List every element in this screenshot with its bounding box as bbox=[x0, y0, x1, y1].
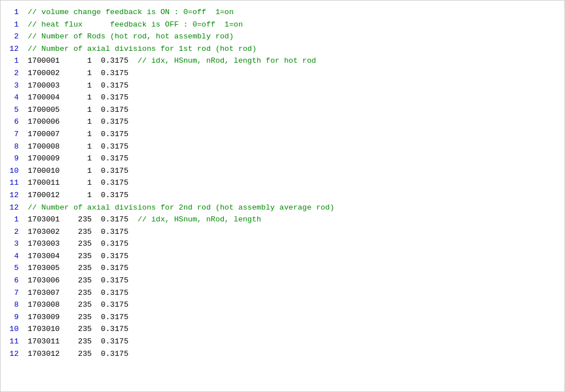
code-text: 1700004 1 0.3175 bbox=[28, 93, 128, 102]
code-line: 1// volume change feedback is ON : 0=off… bbox=[1, 6, 564, 19]
code-line: 12// Number of axial divisions for 1st r… bbox=[1, 43, 564, 55]
code-line: 11703001 235 0.3175 // idx, HSnum, nRod,… bbox=[1, 214, 564, 226]
line-content: 1700011 1 0.3175 bbox=[28, 177, 128, 189]
code-text: 1703003 235 0.3175 bbox=[28, 239, 128, 248]
line-content: 1703007 235 0.3175 bbox=[28, 287, 128, 299]
code-text: 1700001 1 0.3175 bbox=[28, 56, 137, 65]
code-text: 1703002 235 0.3175 bbox=[28, 228, 128, 236]
line-number: 9 bbox=[5, 311, 28, 324]
code-text: 1703001 235 0.3175 bbox=[28, 215, 137, 224]
line-content: 1700004 1 0.3175 bbox=[28, 92, 128, 104]
code-text: 1703006 235 0.3175 bbox=[28, 276, 128, 285]
line-content: 1700012 1 0.3175 bbox=[28, 189, 128, 202]
code-text: 1703008 235 0.3175 bbox=[28, 300, 128, 309]
code-line: 91700009 1 0.3175 bbox=[1, 153, 564, 165]
code-text: 1703004 235 0.3175 bbox=[28, 252, 128, 260]
line-number: 4 bbox=[5, 250, 28, 263]
code-line: 61703006 235 0.3175 bbox=[1, 275, 564, 287]
code-text: 1703005 235 0.3175 bbox=[28, 264, 128, 272]
line-content: 1700006 1 0.3175 bbox=[28, 116, 128, 128]
code-line: 71700007 1 0.3175 bbox=[1, 128, 564, 141]
line-content: 1703009 235 0.3175 bbox=[28, 311, 128, 324]
line-number: 8 bbox=[5, 141, 28, 153]
code-text: 1700002 1 0.3175 bbox=[28, 69, 128, 77]
code-line: 31703003 235 0.3175 bbox=[1, 238, 564, 250]
line-number: 1 bbox=[5, 55, 28, 67]
line-content: // Number of axial divisions for 1st rod… bbox=[28, 43, 257, 55]
code-line: 121700012 1 0.3175 bbox=[1, 189, 564, 202]
comment-text: // idx, HSnum, nRod, length for hot rod bbox=[137, 56, 316, 65]
code-line: 101703010 235 0.3175 bbox=[1, 323, 564, 336]
code-text: 1700006 1 0.3175 bbox=[28, 117, 128, 126]
code-line: 71703007 235 0.3175 bbox=[1, 287, 564, 299]
code-line: 31700003 1 0.3175 bbox=[1, 80, 564, 92]
line-content: 1700010 1 0.3175 bbox=[28, 165, 128, 177]
line-number: 1 bbox=[5, 214, 28, 226]
code-line: 41700004 1 0.3175 bbox=[1, 92, 564, 104]
line-content: // Number of Rods (hot rod, hot assembly… bbox=[28, 31, 234, 43]
line-number: 6 bbox=[5, 275, 28, 287]
line-number: 2 bbox=[5, 226, 28, 238]
line-number: 4 bbox=[5, 92, 28, 104]
code-line: 51700005 1 0.3175 bbox=[1, 104, 564, 116]
code-line: 111703011 235 0.3175 bbox=[1, 336, 564, 348]
line-content: 1700002 1 0.3175 bbox=[28, 67, 128, 80]
line-content: 1700009 1 0.3175 bbox=[28, 153, 128, 165]
line-number: 5 bbox=[5, 104, 28, 116]
code-line: 2// Number of Rods (hot rod, hot assembl… bbox=[1, 31, 564, 43]
line-content: 1703012 235 0.3175 bbox=[28, 348, 128, 360]
line-content: 1703011 235 0.3175 bbox=[28, 336, 128, 348]
line-number: 7 bbox=[5, 128, 28, 141]
code-line: 1// heat flux feedback is OFF : 0=off 1=… bbox=[1, 19, 564, 31]
comment-text: // idx, HSnum, nRod, length bbox=[137, 215, 261, 224]
line-content: 1703004 235 0.3175 bbox=[28, 250, 128, 263]
line-number: 5 bbox=[5, 262, 28, 275]
line-number: 10 bbox=[5, 165, 28, 177]
code-text: 1703009 235 0.3175 bbox=[28, 313, 128, 321]
line-content: 1703001 235 0.3175 // idx, HSnum, nRod, … bbox=[28, 214, 261, 226]
code-text: 1703010 235 0.3175 bbox=[28, 325, 128, 333]
code-line: 51703005 235 0.3175 bbox=[1, 262, 564, 275]
code-text: 1700009 1 0.3175 bbox=[28, 154, 128, 163]
line-content: 1703003 235 0.3175 bbox=[28, 238, 128, 250]
line-number: 9 bbox=[5, 153, 28, 165]
line-content: 1700005 1 0.3175 bbox=[28, 104, 128, 116]
code-line: 41703004 235 0.3175 bbox=[1, 250, 564, 263]
code-line: 121703012 235 0.3175 bbox=[1, 348, 564, 360]
code-text: 1700007 1 0.3175 bbox=[28, 130, 128, 138]
line-content: // Number of axial divisions for 2nd rod… bbox=[28, 202, 334, 214]
code-text: 1703012 235 0.3175 bbox=[28, 350, 128, 358]
code-line: 11700001 1 0.3175 // idx, HSnum, nRod, l… bbox=[1, 55, 564, 67]
code-text: 1700008 1 0.3175 bbox=[28, 142, 128, 151]
line-content: 1700001 1 0.3175 // idx, HSnum, nRod, le… bbox=[28, 55, 316, 67]
code-line: 111700011 1 0.3175 bbox=[1, 177, 564, 189]
line-number: 8 bbox=[5, 299, 28, 311]
line-content: // heat flux feedback is OFF : 0=off 1=o… bbox=[28, 19, 243, 31]
line-content: 1703006 235 0.3175 bbox=[28, 275, 128, 287]
comment-text: // Number of axial divisions for 2nd rod… bbox=[28, 203, 334, 212]
line-number: 7 bbox=[5, 287, 28, 299]
line-content: 1700008 1 0.3175 bbox=[28, 141, 128, 153]
code-line: 101700010 1 0.3175 bbox=[1, 165, 564, 177]
code-text: 1700011 1 0.3175 bbox=[28, 178, 128, 187]
code-text: 1703011 235 0.3175 bbox=[28, 337, 128, 346]
code-text: 1700005 1 0.3175 bbox=[28, 106, 128, 114]
line-number: 12 bbox=[5, 202, 28, 214]
comment-text: // Number of Rods (hot rod, hot assembly… bbox=[28, 32, 234, 41]
line-number: 1 bbox=[5, 19, 28, 31]
comment-text: // Number of axial divisions for 1st rod… bbox=[28, 45, 257, 53]
line-content: 1700003 1 0.3175 bbox=[28, 80, 128, 92]
line-number: 1 bbox=[5, 6, 28, 19]
code-line: 12// Number of axial divisions for 2nd r… bbox=[1, 202, 564, 214]
code-line: 91703009 235 0.3175 bbox=[1, 311, 564, 324]
line-number: 12 bbox=[5, 348, 28, 360]
code-line: 81703008 235 0.3175 bbox=[1, 299, 564, 311]
code-text: 1700010 1 0.3175 bbox=[28, 167, 128, 175]
line-number: 11 bbox=[5, 177, 28, 189]
line-number: 12 bbox=[5, 43, 28, 55]
code-text: 1700003 1 0.3175 bbox=[28, 81, 128, 90]
code-line: 21700002 1 0.3175 bbox=[1, 67, 564, 80]
code-line: 61700006 1 0.3175 bbox=[1, 116, 564, 128]
line-number: 2 bbox=[5, 67, 28, 80]
line-number: 2 bbox=[5, 31, 28, 43]
